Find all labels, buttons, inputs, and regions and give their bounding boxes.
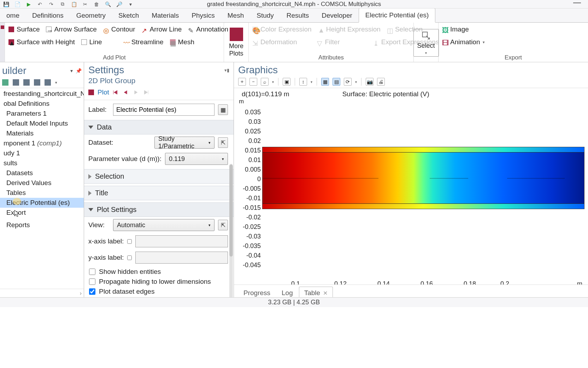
find-icon[interactable]: 🔍 xyxy=(105,1,111,7)
pin-icon[interactable]: 📌 xyxy=(76,68,82,74)
export-image-button[interactable]: 🖼Image xyxy=(442,25,469,33)
deformation-button[interactable]: ⇲Deformation xyxy=(252,38,297,46)
tree-export[interactable]: Export xyxy=(0,208,84,218)
more-icon[interactable]: ▾ xyxy=(127,1,134,7)
tree-parameters[interactable]: Parameters 1 xyxy=(0,109,84,119)
minimize-icon[interactable]: — xyxy=(573,0,581,7)
zoom-icon[interactable]: 🔎 xyxy=(116,1,122,7)
graphics-plot-area[interactable]: d(101)=0.119 m Surface: Electric potenti… xyxy=(234,88,588,284)
zoom-box-icon[interactable]: ⌕ xyxy=(261,78,269,86)
zoom-extents-icon[interactable]: ▣ xyxy=(283,78,290,86)
builder-tb-4[interactable] xyxy=(34,79,40,86)
tree-file[interactable]: freestanding_shortcircuit_N4.mph xyxy=(0,89,84,99)
run-icon[interactable]: ▶ xyxy=(25,1,32,7)
nav-last-icon[interactable] xyxy=(142,90,149,95)
dataset-dropdown[interactable]: Study 1/Parametric▾ xyxy=(154,137,214,149)
tree-materials[interactable]: Materials xyxy=(0,128,84,138)
plot-surface-height-button[interactable]: ▲Surface with Height xyxy=(8,38,75,46)
xaxis-checkbox[interactable] xyxy=(127,239,132,244)
zoom-in-icon[interactable]: ＋ xyxy=(238,78,246,86)
tree-derived[interactable]: Derived Values xyxy=(0,178,84,188)
close-icon[interactable]: ✕ xyxy=(323,290,328,296)
delete-icon[interactable]: 🗑 xyxy=(93,1,100,7)
more-plots-button[interactable]: More Plots xyxy=(224,23,248,62)
tab-home[interactable]: ome xyxy=(0,9,26,22)
model-tree[interactable]: freestanding_shortcircuit_N4.mph obal De… xyxy=(0,88,84,289)
select-button[interactable]: Select ▾ xyxy=(413,29,439,57)
builder-tb-3[interactable] xyxy=(23,79,30,86)
tab-developer[interactable]: Developer xyxy=(315,9,359,22)
tree-reports[interactable]: Reports xyxy=(0,220,84,230)
cut-icon[interactable]: ✂ xyxy=(82,1,88,7)
tree-results[interactable]: sults xyxy=(0,158,84,168)
tab-progress[interactable]: Progress xyxy=(238,287,276,297)
section-plot-settings[interactable]: Plot Settings xyxy=(84,202,234,217)
paste-icon[interactable]: 📋 xyxy=(71,1,77,7)
plot-annotation-button[interactable]: ✎Annotation xyxy=(188,25,228,33)
show-hidden-checkbox[interactable] xyxy=(89,269,95,275)
tree-default-inputs[interactable]: Default Model Inputs xyxy=(0,119,84,128)
nav-prev-icon[interactable] xyxy=(123,90,129,95)
zoom-out-icon[interactable]: － xyxy=(249,78,257,86)
tab-table[interactable]: Table✕ xyxy=(299,287,333,297)
snapshot-icon[interactable]: 📷 xyxy=(366,78,374,86)
tab-electric-potential[interactable]: Electric Potential (es) xyxy=(359,8,436,23)
plot-link[interactable]: Plot xyxy=(98,88,109,96)
tab-mesh[interactable]: Mesh xyxy=(221,9,250,22)
section-data[interactable]: Data xyxy=(84,120,234,134)
plot-icon[interactable] xyxy=(88,90,94,95)
dropdown-icon[interactable]: ▾ xyxy=(70,68,73,74)
nav-next-icon[interactable] xyxy=(133,90,139,95)
height-expression-button[interactable]: ▲Height Expression xyxy=(318,25,381,33)
plot-arrow-surface-button[interactable]: →Arrow Surface xyxy=(46,25,96,33)
color-expression-button[interactable]: 🎨Color Expression xyxy=(252,25,312,33)
view-action-icon[interactable]: ⇱ xyxy=(218,220,228,230)
propagate-row[interactable]: Propagate hiding to lower dimensions xyxy=(89,278,228,286)
tab-geometry[interactable]: Geometry xyxy=(70,9,112,22)
section-title[interactable]: Title xyxy=(84,186,234,200)
settings-menu-icon[interactable]: ▾ xyxy=(224,68,227,73)
propagate-checkbox[interactable] xyxy=(89,278,95,285)
plot-edges-checkbox[interactable] xyxy=(89,288,95,295)
show-hidden-row[interactable]: Show hidden entities xyxy=(89,268,228,276)
plot-edges-row[interactable]: Plot dataset edges xyxy=(89,288,228,295)
plot-line-button[interactable]: Line xyxy=(81,38,102,46)
tree-study[interactable]: udy 1 xyxy=(0,148,84,158)
rotate-icon[interactable]: ↕ xyxy=(299,78,307,86)
builder-tb-2[interactable] xyxy=(13,79,19,86)
view-dropdown[interactable]: Automatic▾ xyxy=(113,219,214,231)
ribbon-left-strip[interactable] xyxy=(0,23,5,62)
plot-contour-button[interactable]: ◎Contour xyxy=(103,25,135,33)
tree-datasets[interactable]: Datasets xyxy=(0,168,84,178)
plot-streamline-button[interactable]: 〰Streamline xyxy=(123,38,164,46)
label-input[interactable] xyxy=(113,104,214,116)
scroll-right-icon[interactable]: › xyxy=(80,290,82,297)
settings-scrollbar-thumb[interactable] xyxy=(229,165,233,257)
scene-light-icon[interactable]: ▦ xyxy=(321,78,329,86)
undo-icon[interactable]: ↶ xyxy=(37,1,43,7)
plot-arrow-line-button[interactable]: ↗Arrow Line xyxy=(141,25,182,33)
builder-tb-more[interactable]: ▾ xyxy=(55,80,57,85)
tab-physics[interactable]: Physics xyxy=(185,9,221,22)
filter-button[interactable]: ▽Filter xyxy=(317,38,340,46)
yaxis-checkbox[interactable] xyxy=(127,255,132,260)
nav-first-icon[interactable] xyxy=(113,90,119,95)
refresh-icon[interactable]: ⟳ xyxy=(344,78,352,86)
tree-electric-potential[interactable]: Electric Potential (es) xyxy=(0,198,84,208)
settings-pin-icon[interactable]: ▮ xyxy=(227,68,229,73)
tab-log[interactable]: Log xyxy=(276,287,298,297)
redo-icon[interactable]: ↷ xyxy=(48,1,54,7)
plot-mesh-button[interactable]: ▦Mesh xyxy=(170,38,194,46)
open-icon[interactable]: 📄 xyxy=(14,1,20,7)
builder-tb-1[interactable] xyxy=(2,79,8,86)
label-action-icon[interactable]: ▦ xyxy=(218,104,228,115)
print-icon[interactable]: 🖨 xyxy=(377,78,385,86)
tab-materials[interactable]: Materials xyxy=(145,9,185,22)
tree-component[interactable]: mponent 1 (comp1) xyxy=(0,138,84,148)
plot-surface-button[interactable]: Surface xyxy=(8,25,40,33)
tree-tables[interactable]: Tables xyxy=(0,188,84,198)
param-dropdown[interactable]: 0.119▾ xyxy=(165,153,228,165)
copy-icon[interactable]: ⧉ xyxy=(59,1,66,7)
tab-results[interactable]: Results xyxy=(280,9,315,22)
builder-tb-5[interactable] xyxy=(45,79,51,86)
